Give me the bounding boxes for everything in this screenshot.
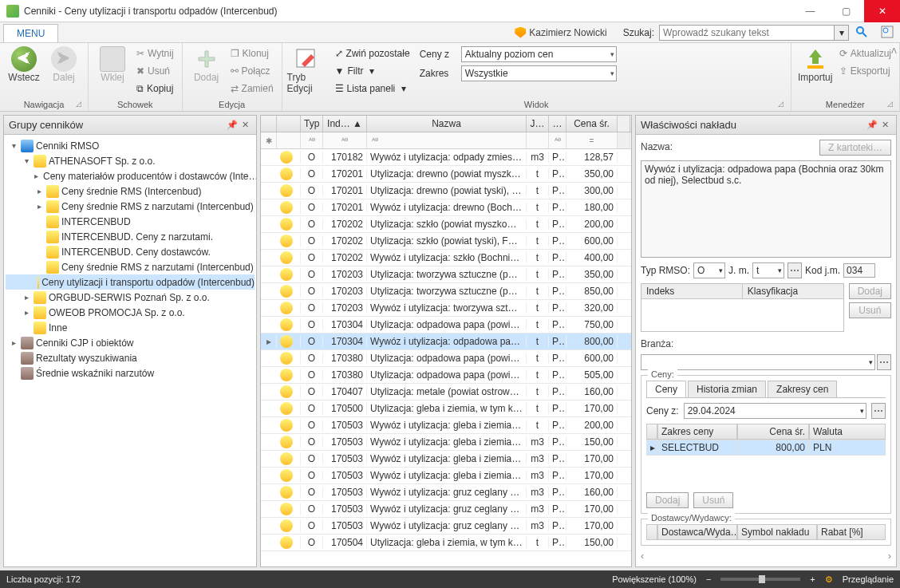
table-row[interactable]: O170503Wywóz i utylizacja: gleba i ziemi… [261, 434, 631, 451]
search-dropdown-button[interactable]: ▾ [835, 25, 849, 41]
jm-combo[interactable]: t▾ [752, 262, 784, 278]
table-row[interactable]: O170500Utylizacja: gleba i ziemia, w tym… [261, 401, 631, 417]
copy-button[interactable]: ⧉Kopiuj [133, 80, 177, 97]
table-row[interactable]: O170304Utylizacja: odpadowa papa (powiat… [261, 317, 631, 333]
link-button[interactable]: ⚯Połącz [227, 62, 277, 80]
table-row[interactable]: O170203Utylizacja: tworzywa sztuczne (po… [261, 283, 631, 300]
tree-item[interactable]: INTERCENBUD. Ceny dostawców. [6, 244, 255, 259]
col-nazwa[interactable]: Nazwa [367, 116, 527, 132]
expand-icon[interactable]: ▸ [22, 308, 31, 317]
paste-button[interactable]: Wklej [93, 45, 132, 83]
branza-picker-button[interactable]: ⋯ [877, 354, 891, 370]
tree-item[interactable]: Rezultaty wyszukiwania [6, 350, 255, 365]
table-row[interactable]: O170503Wywóz i utylizacja: gruz ceglany … [261, 484, 631, 501]
table-row[interactable]: O170407Utylizacja: metale (powiat ostrow… [261, 384, 631, 401]
edit-mode-button[interactable]: Tryb Edycji [287, 45, 326, 94]
nazwa-field[interactable]: Wywóz i utylizacja: odpadowa papa (Bochn… [641, 160, 891, 258]
dg-col-sym[interactable]: Symbol nakładu [737, 524, 817, 540]
back-button[interactable]: ⮜ Wstecz [5, 45, 43, 83]
branza-combo[interactable]: ▾ [641, 354, 875, 370]
indeks-add-button[interactable]: Dodaj [849, 283, 891, 299]
table-row[interactable]: O170380Utylizacja: odpadowa papa (powiat… [261, 367, 631, 384]
expand-icon[interactable]: ▸ [34, 187, 44, 195]
expand-icon[interactable]: ▸ [22, 293, 31, 302]
mgr-launcher-icon[interactable]: ◿ [885, 100, 894, 109]
clone-button[interactable]: ❐Klonuj [227, 45, 277, 62]
filter-button[interactable]: ▼Filtr▾ [332, 62, 413, 80]
table-row[interactable]: O170503Wywóz i utylizacja: gruz ceglany … [261, 518, 631, 535]
table-row[interactable]: O170202Utylizacja: szkło (powiat myszkow… [261, 216, 631, 233]
zakres-combo[interactable]: Wszystkie▾ [461, 65, 617, 81]
add-button[interactable]: Dodaj [188, 45, 226, 83]
col-typ[interactable]: Typ [301, 116, 323, 132]
close-button[interactable]: ✕ [864, 0, 900, 22]
zoom-in-icon[interactable]: + [810, 574, 815, 584]
table-row[interactable]: O170380Utylizacja: odpadowa papa (powiat… [261, 350, 631, 367]
jm-picker-button[interactable]: ⋯ [788, 262, 802, 278]
tree-item[interactable]: ▸ORGBUD-SERWIS Poznań Sp. z o.o. [6, 290, 255, 305]
tree-item[interactable]: Ceny średnie RMS z narzutami (Intercenbu… [6, 259, 255, 274]
collapse-button[interactable]: ⤢Zwiń pozostałe [332, 45, 413, 62]
grid-filter-row[interactable]: ✱ ᴬᴮ ᴬᴮ ᴬᴮ ᴬᴮ = [261, 132, 631, 149]
tree-item[interactable]: ▸Ceny materiałów producentów i dostawców… [6, 168, 255, 184]
expand-icon[interactable]: ▾ [9, 141, 18, 150]
tree-item[interactable]: Inne [6, 320, 255, 335]
mg-col-waluta[interactable]: Waluta [809, 424, 886, 440]
tree-item[interactable]: ▸OWEOB PROMOCJA Sp. z o.o. [6, 305, 255, 320]
pin-icon[interactable]: 📌 [226, 120, 239, 130]
tree-item[interactable]: ▸Ceny średnie RMS z narzutami (Intercenb… [6, 199, 255, 214]
export-button[interactable]: ⇪Eksportuj [836, 62, 894, 80]
update-button[interactable]: ⟳Aktualizuj [836, 45, 894, 62]
zoom-slider[interactable] [720, 578, 800, 581]
grid-body[interactable]: O170182Wywóz i utylizacja: odpady zmiesz… [261, 149, 631, 566]
dg-col-rabat[interactable]: Rabat [%] [817, 524, 886, 540]
tree-item[interactable]: INTERCENBUD [6, 214, 255, 229]
table-row[interactable]: O170203Utylizacja: tworzywa sztuczne (po… [261, 266, 631, 283]
forward-button[interactable]: ⮞ Dalej [45, 45, 83, 83]
table-row[interactable]: O170202Utylizacja: szkło (powiat tyski),… [261, 233, 631, 250]
search-input[interactable] [659, 25, 835, 41]
table-row[interactable]: O170201Wywóz i utylizacja: drewno (Bochn… [261, 199, 631, 216]
mg-col-zakres[interactable]: Zakres ceny [657, 424, 737, 440]
from-card-button[interactable]: Z kartoteki… [819, 140, 891, 156]
tree-item[interactable]: INTERCENBUD. Ceny z narzutami. [6, 229, 255, 244]
table-row[interactable]: O170503Wywóz i utylizacja: gruz ceglany … [261, 501, 631, 518]
table-row[interactable]: ▸O170304Wywóz i utylizacja: odpadowa pap… [261, 333, 631, 350]
panel-close-icon[interactable]: ✕ [239, 120, 251, 130]
col-p[interactable]: … [549, 116, 566, 132]
swap-button[interactable]: ⇄Zamień [227, 80, 277, 97]
col-jm[interactable]: J… [527, 116, 549, 132]
expand-icon[interactable]: ▸ [9, 338, 18, 347]
col-ind[interactable]: Ind… ▲ [323, 116, 367, 132]
table-row[interactable]: O170202Wywóz i utylizacja: szkło (Bochni… [261, 250, 631, 266]
panel-close-icon[interactable]: ✕ [878, 120, 891, 130]
tree-item[interactable]: ▸Cenniki CJP i obiektów [6, 335, 255, 350]
indeks-del-button[interactable]: Usuń [849, 302, 891, 318]
panels-button[interactable]: ☰Lista paneli▾ [332, 80, 413, 97]
indeks-grid[interactable] [641, 299, 843, 331]
price-row[interactable]: ▸ SELECTBUD 800,00 PLN [646, 440, 886, 456]
user-badge[interactable]: Kazimierz Nowicki [515, 22, 606, 42]
col-cena[interactable]: Cena śr. [566, 116, 618, 132]
ceny-del-button[interactable]: Usuń [693, 492, 733, 508]
tree-item[interactable]: ▾Cenniki RMSO [6, 138, 255, 153]
tab-historia[interactable]: Historia zmian [688, 381, 766, 397]
nav-launcher-icon[interactable]: ◿ [73, 100, 83, 109]
table-row[interactable]: O170182Wywóz i utylizacja: odpady zmiesz… [261, 149, 631, 166]
table-row[interactable]: O170503Wywóz i utylizacja: gleba i ziemi… [261, 417, 631, 434]
menu-tab[interactable]: MENU [3, 24, 58, 42]
tree-item[interactable]: Średnie wskaźniki narzutów [6, 365, 255, 381]
expand-icon[interactable]: ▾ [22, 156, 31, 165]
mg-col-cena[interactable]: Cena śr. [737, 424, 809, 440]
import-button[interactable]: Importuj [796, 45, 835, 83]
delete-button[interactable]: ✖Usuń [133, 62, 177, 80]
table-row[interactable]: O170203Wywóz i utylizacja: tworzywa sztu… [261, 300, 631, 317]
hscroll-right-icon[interactable]: › [888, 551, 891, 562]
magnifier-icon[interactable] [852, 22, 871, 41]
tab-ceny[interactable]: Ceny [646, 381, 686, 397]
table-row[interactable]: O170503Wywóz i utylizacja: gleba i ziemi… [261, 468, 631, 484]
tree[interactable]: ▾Cenniki RMSO▾ATHENASOFT Sp. z o.o.▸Ceny… [4, 135, 256, 566]
maximize-button[interactable]: ▢ [828, 0, 864, 22]
minimize-button[interactable]: — [792, 0, 828, 22]
view-launcher-icon[interactable]: ◿ [776, 100, 786, 109]
